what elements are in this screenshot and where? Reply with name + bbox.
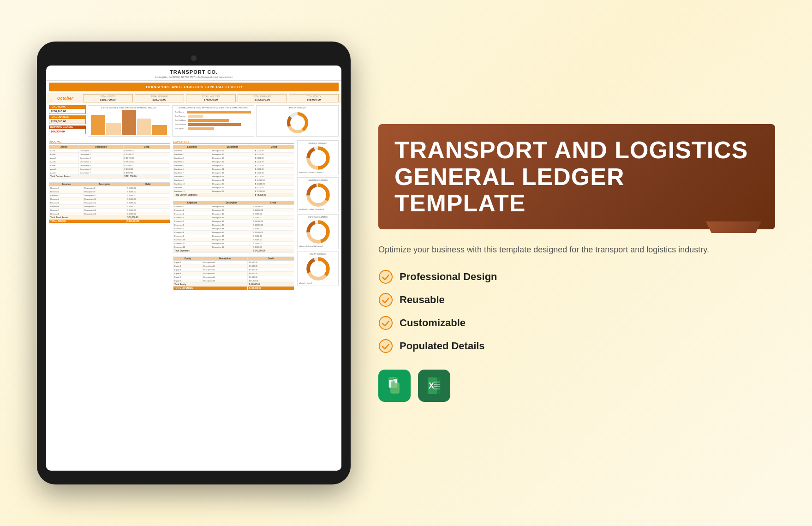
table-row: Liabilities 8Description 23$ 8,000.00	[173, 175, 294, 179]
summary-total-expenses: TOTAL EXPENSES $142,000.00	[238, 94, 287, 102]
revenue-table: Revenue Description Debit Revenue 1Descr…	[49, 182, 170, 223]
sheet-header: TRANSPORT CO. Los Angeles, CA 90001 | 22…	[46, 66, 341, 81]
svg-rect-40	[394, 377, 397, 379]
assets-table: Assets Description Debit Asset 1Descript…	[49, 145, 170, 179]
table-row: Liabilities 11Description 26$ 8,000.00	[173, 186, 294, 190]
features-list: Professional Design Reusable Customizabl…	[378, 269, 775, 353]
tablet-camera	[191, 55, 197, 61]
table-row: Expenses 8Description 35$ 12,000.00	[173, 231, 294, 234]
expenses-summary-chart: EXPENSES SUMMARY	[297, 214, 339, 249]
total-current-assets-row: Total Current Assets $ 181,700.00	[49, 175, 170, 179]
bar-income	[91, 115, 105, 135]
feature-label-customizable: Customizable	[400, 317, 466, 329]
revenue-donut	[305, 145, 331, 171]
feature-professional-design: Professional Design	[378, 269, 775, 284]
equity-summary-chart: EQUITY SUMMARY	[297, 251, 339, 286]
kpi-total-expenses: TOTAL EXPENSES $265,000.00	[49, 115, 86, 124]
table-row: Expenses 6Description 36$ 16,000.00	[173, 223, 294, 227]
main-title: TRANSPORT AND LOGISTICS GENERAL LEDGER T…	[394, 137, 759, 216]
feature-label-populated-details: Populated Details	[400, 340, 485, 352]
revenue-summary-chart: REVENUE SUMMARY	[297, 140, 339, 175]
table-row: Asset 3Description 3$ 40,750.00	[49, 156, 170, 160]
feature-customizable: Customizable	[378, 316, 775, 330]
table-row: Revenue 6Description 13$ 2,000.00	[49, 205, 170, 209]
liabilities-donut	[305, 182, 331, 208]
google-sheets-icon[interactable]	[378, 370, 411, 402]
svg-rect-41	[391, 383, 399, 393]
table-row: Expenses 3Description 30$ 8,000.00	[173, 212, 294, 216]
table-row: Liabilities 12Description 27$ 12,000.00	[173, 190, 294, 193]
hbar-chart-box: ■ TOTAL ASSETS ■ TOTAL REVENUE ■ TOTAL L…	[172, 105, 255, 137]
bar-expenses	[122, 110, 136, 135]
table-row: Revenue 7Description 14$ 2,000.00	[49, 209, 170, 212]
table-row: Asset 7Description 7$ 3,000.00	[49, 171, 170, 175]
equity-table: Equity Description Credit Equity 1Descri…	[173, 257, 294, 290]
bar-expenses2	[137, 119, 151, 135]
bar-chart	[89, 110, 169, 135]
table-row: Expenses 1Description 28$ 19,000.00	[173, 205, 294, 209]
microsoft-excel-icon[interactable]: X	[418, 370, 450, 402]
table-row: Revenue 3Description 10$ 2,000.00	[49, 194, 170, 197]
expenses-table: Expenses Description Credit Expenses 1De…	[173, 201, 294, 253]
kpi-column: TOTAL INCOME $200,700.00 TOTAL EXPENSES …	[49, 105, 86, 137]
tablet-mockup: TRANSPORT CO. Los Angeles, CA 90001 | 22…	[37, 42, 351, 484]
table-row: Liabilities 9Description 24$ 16,000.00	[173, 179, 294, 182]
table-row: Revenue 1Description 8$ 5,000.00	[49, 186, 170, 190]
description-text: Optimize your business with this templat…	[378, 243, 775, 257]
table-row: Equity 2Description 41$ 6,000.00	[173, 264, 294, 268]
title-banner: TRANSPORT AND LOGISTICS GENERAL LEDGER T…	[378, 124, 775, 229]
table-row: Expenses 12Description 39$ 4,000.00	[173, 245, 294, 249]
table-row: Asset 1Description 1$ 25,000.00	[49, 149, 170, 153]
table-row: Liabilities 6Description 21$ 4,000.00	[173, 167, 294, 171]
svg-rect-39	[389, 377, 394, 380]
total-fixed-assets-row: Total Fixed Assets $ 19,000.00	[49, 216, 170, 220]
assets-donut-chart	[286, 111, 309, 134]
table-row: Revenue 5Description 12$ 2,000.00	[49, 201, 170, 205]
feature-populated-details: Populated Details	[378, 339, 775, 353]
table-row: Equity 5Description 44$ 9,000.00	[173, 275, 294, 279]
liabilities-summary-chart: LIABILITIES SUMMARY	[297, 177, 339, 212]
svg-point-9	[311, 151, 325, 165]
expenses-donut	[305, 219, 331, 245]
svg-point-4	[291, 116, 304, 129]
tables-section: INCOME Assets Description Debit	[46, 138, 341, 292]
liabilities-table: Liabilities Description Credit Liabiliti…	[173, 145, 294, 197]
checkmark-icon-4	[378, 339, 393, 353]
table-row: Asset 6Description 6$ 3,000.00	[49, 167, 170, 171]
svg-text:X: X	[429, 381, 434, 390]
table-row: Equity 4Description 43$ 8,000.00	[173, 272, 294, 275]
total-expenses-row: Total Expenses $ 142,000.00	[173, 249, 294, 253]
table-row: Asset 5Description 5$ 10,000.00	[49, 164, 170, 167]
table-row: Liabilities 4Description 19$ 4,000.00	[173, 160, 294, 164]
table-row: Liabilities 5Description 20$ 3,000.00	[173, 164, 294, 167]
table-row: Expenses 5Description 32$ 11,000.00	[173, 220, 294, 223]
ledger-title: TRANSPORT AND LOGISTICS GENERAL LEDGER	[49, 83, 339, 91]
table-row: Liabilities 3Description 18$ 3,000.00	[173, 156, 294, 160]
table-row: Expenses 9Description 37$ 3,000.00	[173, 234, 294, 238]
kpi-section: TOTAL INCOME $200,700.00 TOTAL EXPENSES …	[46, 103, 341, 138]
feature-label-professional: Professional Design	[400, 271, 497, 283]
summary-row: October TOTAL ASSETS $181,700.00 TOTAL R…	[46, 93, 341, 103]
checkmark-icon	[378, 269, 393, 284]
summary-month: October	[49, 94, 81, 102]
bar-income2	[106, 123, 120, 136]
summary-total-assets: TOTAL ASSETS $181,700.00	[83, 94, 133, 102]
table-row: Liabilities 10Description 25$ 13,000.00	[173, 182, 294, 186]
table-row: Revenue 8Description 15$ 2,000.00	[49, 212, 170, 216]
table-row: Asset 2Description 2$ 10,000.00	[49, 153, 170, 156]
table-row: Equity 3Description 42$ 7,000.00	[173, 268, 294, 272]
feature-reusable: Reusable	[378, 293, 775, 307]
svg-point-24	[311, 262, 325, 276]
summary-total-revenue: TOTAL REVENUE $19,000.00	[135, 94, 185, 102]
table-row: Liabilities 2Description 17$ 9,000.00	[173, 153, 294, 156]
table-row: Liabilities 7Description 22$ 7,000.00	[173, 171, 294, 175]
table-row: Equity 6Description 45$ 10,000.00	[173, 279, 294, 283]
main-container: TRANSPORT CO. Los Angeles, CA 90001 | 22…	[37, 32, 775, 494]
table-row: Liabilities 1Description 16$ 1,000.00	[173, 149, 294, 153]
company-address: Los Angeles, CA 90001 | 222 555 7777 | i…	[48, 76, 340, 78]
right-charts-column: REVENUE SUMMARY	[297, 140, 339, 290]
checkmark-icon-2	[378, 293, 393, 307]
kpi-total-income: TOTAL INCOME $200,700.00	[49, 105, 86, 114]
table-row: Equity 1Description 40$ 5,000.00	[173, 261, 294, 264]
svg-point-14	[311, 188, 325, 202]
